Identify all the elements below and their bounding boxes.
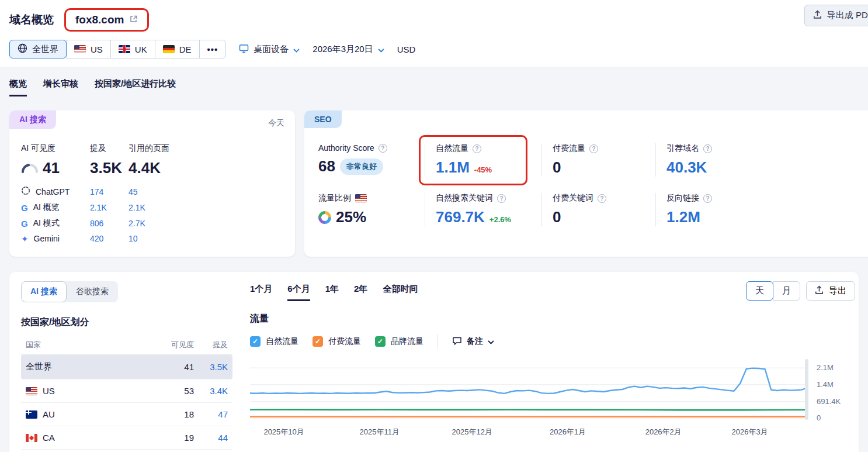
us-flag-icon — [74, 45, 86, 53]
engine-pages[interactable]: 2.7K — [129, 219, 283, 228]
country-mentions[interactable]: 3.4K — [194, 386, 228, 396]
country-visibility: 19 — [153, 433, 194, 443]
country-row-au[interactable]: AU 18 47 — [21, 403, 232, 426]
page-title: 域名概览 — [9, 12, 54, 27]
country-mentions[interactable]: 44 — [194, 433, 228, 443]
range-1-year[interactable]: 1年 — [325, 284, 339, 301]
traffic-chart-wrap[interactable]: 2025年10月2025年11月2025年12月2026年1月2026年2月20… — [250, 359, 808, 439]
us-flag-icon — [26, 387, 37, 395]
info-icon[interactable] — [379, 144, 387, 153]
country-name: 全世界 — [26, 361, 52, 372]
engine-row-chatgpt: ChatGPT — [21, 186, 90, 197]
traffic-line-chart[interactable] — [250, 359, 808, 420]
legend-organic-traffic[interactable]: 自然流量 — [250, 336, 298, 347]
info-icon[interactable] — [598, 194, 606, 203]
ai-pages-value[interactable]: 4.4K — [129, 159, 283, 177]
country-row-us[interactable]: US 53 3.4K — [21, 379, 232, 403]
country-mentions[interactable]: 3.5K — [194, 362, 228, 372]
legend-label: 自然流量 — [266, 336, 298, 347]
country-panel: AI 搜索 谷歌搜索 按国家/地区划分 国家 可见度 提及 全世界 41 3.5… — [21, 281, 232, 452]
organic-keywords-cell: 自然搜索关键词 769.7K +2.6% — [425, 193, 541, 226]
speech-bubble-icon — [452, 336, 462, 347]
info-icon[interactable] — [703, 194, 712, 203]
uk-flag-icon — [119, 45, 130, 53]
paid-traffic-cell: 付费流量 0 — [541, 143, 655, 177]
filter-uk[interactable]: UK — [110, 40, 155, 58]
col-mentions: 提及 — [194, 340, 228, 350]
engine-name: AI 模式 — [33, 218, 60, 229]
country-name: AU — [43, 409, 55, 419]
info-icon[interactable] — [589, 144, 598, 153]
range-all-time[interactable]: 全部时间 — [383, 284, 418, 301]
referring-domains-value[interactable]: 40.3K — [666, 158, 707, 177]
granularity-day-button[interactable]: 天 — [746, 281, 773, 301]
country-mentions[interactable]: 47 — [194, 409, 228, 419]
backlinks-value[interactable]: 1.2M — [666, 208, 700, 226]
legend-paid-traffic[interactable]: 付费流量 — [313, 336, 361, 347]
gemini-icon: ✦ — [21, 234, 29, 243]
range-2-years[interactable]: 2年 — [354, 284, 367, 301]
paid-traffic-value: 0 — [553, 158, 561, 177]
chart-y-labels: 0691.4K1.4M2.1M — [808, 359, 847, 439]
engine-mentions[interactable]: 174 — [90, 187, 129, 196]
traffic-section-card: 天 月 导出 AI 搜索 谷歌搜索 按国家/地区划分 国家 可见度 — [9, 272, 859, 452]
export-pdf-button[interactable]: 导出成 PDF — [804, 5, 868, 26]
filter-more-button[interactable]: ••• — [199, 40, 227, 58]
notes-label: 备注 — [467, 336, 483, 347]
us-flag-icon — [355, 194, 367, 202]
external-link-icon[interactable] — [129, 13, 138, 26]
domain-input[interactable]: fox8.com — [64, 8, 149, 32]
country-row-worldwide[interactable]: 全世界 41 3.5K — [21, 355, 232, 379]
range-1-month[interactable]: 1个月 — [250, 284, 272, 301]
organic-keywords-label: 自然搜索关键词 — [436, 193, 493, 203]
monitor-icon — [239, 44, 249, 55]
authority-score-cell: Authority Score 68 非常良好 — [318, 143, 425, 177]
country-row-ca[interactable]: CA 19 44 — [21, 426, 232, 450]
export-chart-button[interactable]: 导出 — [806, 281, 855, 301]
legend-branded-traffic[interactable]: 品牌流量 — [375, 336, 423, 347]
organic-traffic-value[interactable]: 1.1M — [436, 158, 470, 177]
device-dropdown[interactable]: 桌面设备 — [239, 44, 300, 55]
chart-legend: 自然流量 付费流量 品牌流量 备注 — [250, 334, 847, 349]
traffic-panel: 1个月 6个月 1年 2年 全部时间 流量 自然流量 付费流量 品牌流量 — [250, 281, 847, 452]
checkbox-checked-icon[interactable] — [250, 336, 261, 347]
filter-worldwide[interactable]: 全世界 — [9, 40, 67, 58]
google-g-icon: G — [21, 219, 28, 229]
organic-keywords-value[interactable]: 769.7K — [436, 208, 485, 226]
engine-pages[interactable]: 45 — [129, 187, 283, 196]
ai-visibility-value-wrap: 41 — [21, 159, 90, 177]
granularity-month-button[interactable]: 月 — [773, 281, 800, 301]
export-chart-label: 导出 — [829, 285, 846, 296]
date-dropdown[interactable]: 2026年3月20日 — [313, 44, 384, 55]
checkbox-checked-icon[interactable] — [375, 336, 386, 347]
filter-de[interactable]: DE — [155, 40, 200, 58]
engine-row-gemini: ✦ Gemini — [21, 234, 90, 243]
filter-de-label: DE — [179, 44, 192, 54]
engine-mentions[interactable]: 2.1K — [90, 203, 129, 212]
notes-dropdown[interactable]: 备注 — [452, 336, 494, 347]
filter-us-label: US — [91, 44, 103, 54]
traffic-share-cell: 流量比例 25% — [318, 193, 425, 226]
tab-overview[interactable]: 概览 — [9, 78, 27, 96]
engine-mentions[interactable]: 420 — [90, 234, 129, 243]
toggle-google-search[interactable]: 谷歌搜索 — [67, 281, 118, 302]
chatgpt-icon — [21, 186, 30, 197]
google-g-icon: G — [21, 203, 28, 213]
engine-pages[interactable]: 10 — [129, 234, 283, 243]
checkbox-checked-icon[interactable] — [313, 336, 323, 347]
globe-icon — [18, 43, 27, 55]
filter-us[interactable]: US — [66, 40, 111, 58]
country-visibility: 41 — [153, 362, 194, 372]
range-6-months[interactable]: 6个月 — [287, 284, 310, 301]
engine-pages[interactable]: 2.1K — [129, 203, 283, 212]
info-icon[interactable] — [497, 194, 506, 203]
tab-compare-countries[interactable]: 按国家/地区进行比较 — [95, 78, 176, 96]
country-visibility: 18 — [153, 409, 194, 419]
info-icon[interactable] — [473, 144, 481, 153]
ai-mentions-value[interactable]: 3.5K — [90, 159, 129, 177]
tab-growth-audit[interactable]: 增长审核 — [43, 78, 78, 96]
toggle-ai-search[interactable]: AI 搜索 — [21, 281, 67, 302]
info-icon[interactable] — [703, 144, 712, 153]
engine-mentions[interactable]: 806 — [90, 219, 129, 228]
col-country: 国家 — [26, 340, 153, 350]
